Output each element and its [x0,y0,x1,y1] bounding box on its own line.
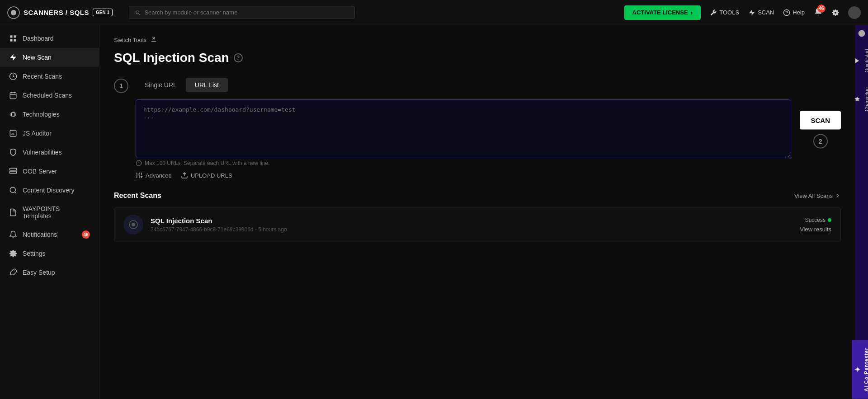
svg-point-17 [10,187,15,192]
svg-rect-4 [14,35,16,38]
sidebar-item-recent-scans[interactable]: Recent Scans [0,67,99,86]
sidebar-label-scheduled-scans: Scheduled Scans [23,92,72,99]
svg-text:JS: JS [11,132,14,135]
right-panel-ai[interactable]: AI Co-Pentester [852,340,868,399]
sidebar-label-vulnerabilities: Vulnerabilities [23,149,62,156]
action-row: Advanced UPLOAD URLS [136,172,841,179]
sidebar-label-oob-server: OOB Server [23,168,57,175]
sliders-icon [136,172,143,179]
notif-count: 46 [817,5,826,13]
sidebar-item-oob-server[interactable]: OOB Server [0,162,99,181]
scan-nav[interactable]: SCAN [748,9,774,16]
svg-rect-16 [10,171,17,174]
chip-icon [9,110,17,118]
step-1-number: 1 [114,79,128,93]
title-help-button[interactable]: ? [234,53,243,62]
search-input[interactable] [144,9,349,16]
sidebar-label-recent-scans: Recent Scans [23,73,62,80]
clock-icon [9,72,17,80]
sidebar-item-settings[interactable]: Settings [0,244,99,263]
recent-scans-title: Recent Scans [114,192,161,200]
server-icon [9,167,17,175]
sidebar: Dashboard New Scan Recent Scans Schedule… [0,25,99,399]
sidebar-item-content-discovery[interactable]: Content Discovery [0,181,99,200]
settings-nav-top[interactable] [832,9,839,16]
url-textarea[interactable] [136,99,791,158]
sidebar-label-dashboard: Dashboard [23,35,54,42]
sidebar-label-notifications: Notifications [23,231,57,238]
user-avatar[interactable] [848,6,861,19]
search-bar[interactable] [129,6,355,19]
logo-icon [7,6,20,19]
sidebar-label-content-discovery: Content Discovery [23,187,74,194]
success-dot [828,218,831,222]
tools-icon [710,9,717,16]
help-nav[interactable]: Help [783,9,805,16]
sidebar-notif-badge: 46 [82,230,90,239]
search-icon-sidebar [9,186,17,194]
switch-tools-label: Switch Tools [114,37,146,43]
notifications-nav[interactable]: 46 [814,7,823,18]
scan-info: SQL Injection Scan 34bc6767-7947-4866-b9… [151,217,793,233]
help-icon [783,9,790,16]
tab-single-url[interactable]: Single URL [136,78,186,92]
file-icon [9,208,17,216]
chevron-right-icon [835,192,841,199]
view-results-link[interactable]: View results [800,226,831,233]
sidebar-label-easy-setup: Easy Setup [23,269,55,276]
activate-license-button[interactable]: ACTIVATE LICENSE › [624,5,701,20]
upload-icon [181,172,188,179]
topnav-right: ACTIVATE LICENSE › TOOLS SCAN Help 46 [624,5,861,20]
scan-card-name: SQL Injection Scan [151,217,793,225]
sidebar-item-new-scan[interactable]: New Scan [0,48,99,67]
view-all-scans[interactable]: View All Scans [794,192,841,199]
svg-rect-5 [10,39,12,42]
svg-rect-12 [11,113,15,116]
right-panel-help[interactable] [855,25,868,42]
sidebar-item-notifications[interactable]: Notifications 46 [0,225,99,244]
sidebar-item-scheduled-scans[interactable]: Scheduled Scans [0,86,99,105]
bell-icon-sidebar [9,230,17,239]
scan-card-right: Success View results [800,217,831,233]
lightning-icon [748,9,755,16]
scan-button[interactable]: SCAN [800,111,841,130]
quickstart-icon [854,57,860,64]
info-icon [136,160,142,166]
svg-point-36 [856,368,859,371]
sidebar-item-dashboard[interactable]: Dashboard [0,29,99,48]
body-layout: Dashboard New Scan Recent Scans Schedule… [0,25,868,399]
svg-rect-8 [10,93,16,99]
scan-card[interactable]: SQL Injection Scan 34bc6767-7947-4866-b9… [114,207,841,242]
puzzle-icon [9,268,17,277]
right-panel-quickstart[interactable]: Quick start [851,42,868,80]
svg-rect-15 [10,168,17,170]
upload-urls-button[interactable]: UPLOAD URLS [181,172,232,179]
sidebar-item-js-auditor[interactable]: JS JS Auditor [0,124,99,143]
advanced-button[interactable]: Advanced [136,172,172,179]
sidebar-item-easy-setup[interactable]: Easy Setup [0,263,99,282]
js-icon: JS [9,129,17,137]
tab-url-list[interactable]: URL List [186,78,228,92]
sidebar-label-settings: Settings [23,250,46,257]
scan-card-id: 34bc6767-7947-4866-b9c8-71e69c39906d - 5… [151,226,793,233]
main-content: Switch Tools SQL Injection Scan ? 1 Sing… [99,25,855,399]
tools-nav[interactable]: TOOLS [710,9,739,16]
svg-marker-35 [854,96,860,101]
sidebar-item-technologies[interactable]: Technologies [0,105,99,124]
gear-icon-top [832,9,839,16]
topnav: SCANNERS / SQLS GEN 1 ACTIVATE LICENSE ›… [0,0,868,25]
right-panel-changelog[interactable]: Changelog [851,80,868,118]
step-1-content: Single URL URL List SCAN 2 Max 100 URLs [136,78,841,179]
right-panel: Quick start Changelog AI Co-Pentester [855,25,868,399]
logo-text: SCANNERS / SQLS [24,9,89,16]
page-title-row: SQL Injection Scan ? [114,51,841,65]
sidebar-item-waypoints-templates[interactable]: WAYPOINTS Templates [0,200,99,225]
svg-point-1 [11,10,16,15]
sidebar-item-vulnerabilities[interactable]: Vulnerabilities [0,143,99,162]
switch-tools[interactable]: Switch Tools [114,36,841,43]
gen-badge: GEN 1 [93,9,113,16]
shield-icon [9,148,17,156]
sidebar-label-technologies: Technologies [23,111,60,118]
step-2-badge: 2 [813,134,828,149]
grid-icon [9,34,17,42]
